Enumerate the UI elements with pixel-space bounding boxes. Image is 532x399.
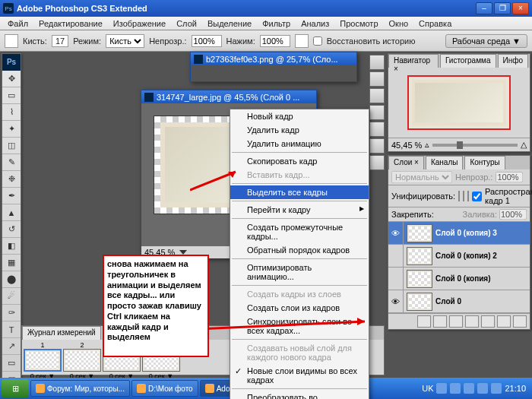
menu-item[interactable]: Перейти к кадру [230, 203, 369, 217]
menu-item[interactable]: Синхронизировать слои во всех кадрах... [230, 315, 369, 337]
navigator-zoom[interactable]: 45,45 % [391, 141, 422, 150]
menu-select[interactable]: Выделение [203, 17, 256, 30]
tool-preset-icon[interactable] [5, 34, 18, 48]
unify-style-icon[interactable] [467, 191, 469, 201]
menu-edit[interactable]: Редактирование [34, 17, 107, 30]
animation-frame[interactable]: 10 сек.▼ [24, 341, 62, 381]
menu-help[interactable]: Справка [414, 17, 456, 30]
menu-view[interactable]: Просмотр [335, 17, 382, 30]
visibility-icon[interactable] [388, 268, 404, 290]
menu-item[interactable]: Удалить анимацию [230, 137, 369, 150]
fill-input[interactable] [499, 209, 527, 220]
zoom-in-icon[interactable]: △ [521, 140, 527, 150]
new-layer-icon[interactable] [497, 315, 511, 328]
layer-row[interactable]: 👁Слой 0 (копия) 3 [388, 222, 530, 245]
menu-analysis[interactable]: Анализ [296, 17, 334, 30]
minimize-button[interactable]: – [476, 2, 492, 14]
layer-fx-icon[interactable] [433, 315, 447, 328]
opacity-input[interactable] [192, 35, 222, 47]
menu-filter[interactable]: Фильтр [258, 17, 295, 30]
tray-icon[interactable] [464, 383, 474, 394]
zoom-out-icon[interactable]: ▵ [425, 140, 429, 150]
propagate-checkbox[interactable] [472, 192, 482, 201]
dock-icon[interactable] [369, 105, 385, 120]
zoom-slider[interactable] [432, 144, 518, 147]
visibility-icon[interactable]: 👁 [388, 290, 404, 312]
close-button[interactable]: × [512, 2, 529, 14]
tray-icon[interactable] [450, 383, 461, 394]
restore-checkbox[interactable] [313, 36, 322, 46]
document-window-1[interactable]: b27363fef0e3.png @ 25,7% (Сло... [190, 52, 357, 82]
menu-item[interactable]: Создать промежуточные кадры... [230, 220, 369, 243]
taskbar-task[interactable]: Форум: Мир, которы... [30, 380, 130, 397]
workspace-dropdown[interactable]: Рабочая среда ▼ [445, 34, 527, 48]
maximize-button[interactable]: ❐ [494, 2, 511, 14]
tab-paths[interactable]: Контуры [464, 156, 505, 169]
tab-histogram[interactable]: Гистограмма [440, 54, 496, 68]
dock-icon[interactable] [369, 71, 385, 87]
menu-item[interactable]: Выделить все кадры [230, 185, 369, 199]
new-group-icon[interactable] [481, 315, 495, 328]
tab-measure-log[interactable]: Журнал измерений [22, 326, 101, 340]
marquee-tool[interactable]: ▭ [2, 87, 21, 104]
path-tool[interactable]: ↗ [2, 338, 21, 355]
wand-tool[interactable]: ✦ [2, 121, 21, 138]
dock-icon[interactable] [369, 88, 385, 103]
flow-input[interactable] [260, 35, 290, 47]
menu-file[interactable]: Файл [3, 17, 33, 30]
menu-item[interactable]: Новые слои видимы во всех кадрах [230, 364, 369, 387]
shape-tool[interactable]: ▭ [2, 355, 21, 372]
tab-layers[interactable]: Слои × [388, 156, 424, 169]
move-tool[interactable]: ✥ [2, 71, 21, 87]
brush-tool[interactable]: ✒ [2, 188, 21, 204]
visibility-icon[interactable]: 👁 [388, 222, 404, 244]
animation-frame[interactable]: 20 сек.▼ [63, 341, 101, 381]
menu-item[interactable]: Обратный порядок кадров [230, 243, 369, 257]
menu-item[interactable]: Удалить кадр [230, 123, 369, 137]
slice-tool[interactable]: ✎ [2, 154, 21, 171]
unify-vis-icon[interactable] [463, 191, 464, 201]
dock-icon[interactable] [369, 155, 385, 170]
dock-icon[interactable] [369, 55, 385, 70]
dodge-tool[interactable]: ☄ [2, 288, 21, 305]
delete-layer-icon[interactable] [513, 315, 527, 328]
menu-item[interactable]: Преобразовать во временную шкалу [230, 391, 369, 399]
lasso-tool[interactable]: ⌇ [2, 104, 21, 121]
eraser-tool[interactable]: ◧ [2, 238, 21, 255]
visibility-icon[interactable] [388, 245, 404, 267]
tray-icon[interactable] [491, 383, 502, 394]
tab-info[interactable]: Инфо [498, 54, 529, 68]
layer-row[interactable]: 👁Слой 0 [388, 290, 530, 313]
menu-item[interactable]: Оптимизировать анимацию... [230, 261, 369, 283]
brush-size[interactable]: 17 [52, 35, 68, 47]
menu-layer[interactable]: Слой [172, 17, 201, 30]
unify-pos-icon[interactable] [458, 191, 460, 201]
lang-indicator[interactable]: UK [422, 384, 433, 393]
pen-tool[interactable]: ✑ [2, 305, 21, 321]
blend-mode-select[interactable]: Нормальный [391, 171, 452, 183]
navigator-thumb[interactable] [407, 75, 511, 130]
heal-tool[interactable]: ❉ [2, 171, 21, 188]
clock[interactable]: 21:10 [505, 384, 526, 393]
layer-row[interactable]: Слой 0 (копия) 2 [388, 245, 530, 268]
mode-select[interactable]: Кисть [106, 34, 144, 48]
crop-tool[interactable]: ◫ [2, 138, 21, 154]
layer-opacity-input[interactable] [496, 172, 523, 182]
menu-image[interactable]: Изображение [109, 17, 170, 30]
menu-item[interactable]: Новый кадр [230, 109, 369, 123]
gradient-tool[interactable]: ▦ [2, 255, 21, 271]
menu-item[interactable]: Скопировать кадр [230, 154, 369, 168]
dock-icon[interactable] [369, 138, 385, 154]
blur-tool[interactable]: ⬤ [2, 271, 21, 288]
tray-icon[interactable] [477, 383, 488, 394]
stamp-tool[interactable]: ▲ [2, 204, 21, 221]
new-fill-icon[interactable] [465, 315, 479, 328]
taskbar-task[interactable]: D:\Мои фото [131, 380, 198, 397]
start-button[interactable]: ⊞ [2, 379, 29, 397]
tab-navigator[interactable]: Навигатор × [388, 54, 439, 68]
dock-icon[interactable] [369, 122, 385, 137]
tab-channels[interactable]: Каналы [426, 156, 464, 169]
layer-mask-icon[interactable] [449, 315, 463, 328]
history-brush-tool[interactable]: ↺ [2, 221, 21, 238]
layer-row[interactable]: Слой 0 (копия) [388, 268, 530, 290]
